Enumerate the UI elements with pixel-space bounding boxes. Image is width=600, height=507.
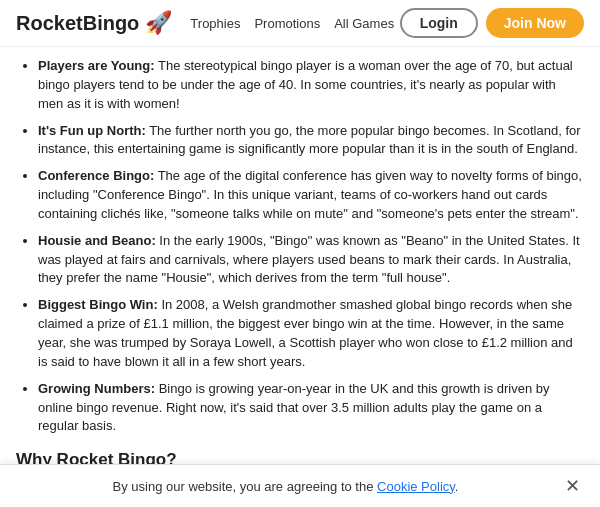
- fact-bold: Players are Young:: [38, 58, 155, 73]
- list-item: Conference Bingo: The age of the digital…: [38, 167, 584, 224]
- facts-list: Players are Young: The stereotypical bin…: [16, 57, 584, 436]
- cookie-message: By using our website, you are agreeing t…: [113, 479, 378, 494]
- list-item: It's Fun up North: The further north you…: [38, 122, 584, 160]
- cookie-close-button[interactable]: ✕: [561, 477, 584, 495]
- site-header: RocketBingo 🚀 Trophies Promotions All Ga…: [0, 0, 600, 47]
- header-right: Login Join Now: [400, 8, 584, 38]
- join-now-button[interactable]: Join Now: [486, 8, 584, 38]
- cookie-text: By using our website, you are agreeing t…: [16, 479, 555, 494]
- list-item: Biggest Bingo Win: In 2008, a Welsh gran…: [38, 296, 584, 371]
- nav-item-trophies[interactable]: Trophies: [190, 16, 240, 31]
- fact-bold: Housie and Beano:: [38, 233, 156, 248]
- main-content: Players are Young: The stereotypical bin…: [0, 47, 600, 507]
- list-item: Housie and Beano: In the early 1900s, "B…: [38, 232, 584, 289]
- logo[interactable]: RocketBingo 🚀: [16, 10, 172, 36]
- cookie-policy-link[interactable]: Cookie Policy: [377, 479, 455, 494]
- list-item: Players are Young: The stereotypical bin…: [38, 57, 584, 114]
- nav-item-all-games[interactable]: All Games: [334, 16, 394, 31]
- header-left: RocketBingo 🚀 Trophies Promotions All Ga…: [16, 10, 394, 36]
- fact-bold: It's Fun up North:: [38, 123, 146, 138]
- main-nav: Trophies Promotions All Games: [190, 16, 394, 31]
- fact-bold: Growing Numbers:: [38, 381, 155, 396]
- fact-bold: Conference Bingo:: [38, 168, 154, 183]
- list-item: Growing Numbers: Bingo is growing year-o…: [38, 380, 584, 437]
- cookie-banner: By using our website, you are agreeing t…: [0, 464, 600, 507]
- rocket-icon: 🚀: [145, 10, 172, 36]
- fact-bold: Biggest Bingo Win:: [38, 297, 158, 312]
- nav-item-promotions[interactable]: Promotions: [254, 16, 320, 31]
- login-button[interactable]: Login: [400, 8, 478, 38]
- logo-text: RocketBingo: [16, 12, 139, 35]
